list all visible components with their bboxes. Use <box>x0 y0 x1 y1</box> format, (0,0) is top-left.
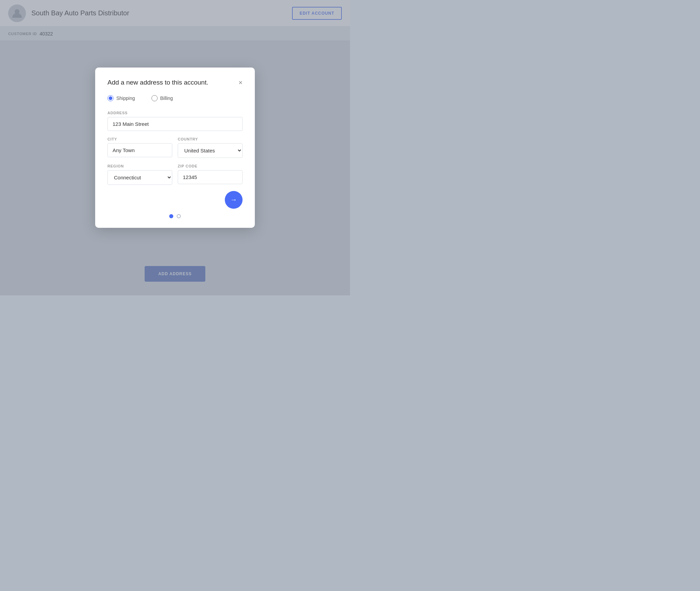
billing-radio-label[interactable]: Billing <box>151 95 173 101</box>
city-country-row: CITY COUNTRY United States Canada United… <box>107 137 243 158</box>
zip-field-group: ZIP CODE <box>178 164 243 185</box>
pagination-dots <box>107 214 243 218</box>
shipping-radio[interactable] <box>107 95 114 101</box>
close-button[interactable]: × <box>238 79 243 86</box>
shipping-radio-label[interactable]: Shipping <box>107 95 135 101</box>
billing-label: Billing <box>160 95 173 101</box>
address-field-group: ADDRESS <box>107 111 243 131</box>
modal-title: Add a new address to this account. <box>107 78 208 87</box>
address-input[interactable] <box>107 117 243 131</box>
address-type-group: Shipping Billing <box>107 95 243 101</box>
region-select[interactable]: Connecticut Alabama Alaska Arizona Calif… <box>107 170 172 185</box>
shipping-label: Shipping <box>116 95 135 101</box>
city-field-group: CITY <box>107 137 172 158</box>
billing-radio[interactable] <box>151 95 158 101</box>
add-address-modal: Add a new address to this account. × Shi… <box>95 68 255 228</box>
zip-input[interactable] <box>178 170 243 184</box>
modal-actions: → <box>107 191 243 209</box>
region-field-group: REGION Connecticut Alabama Alaska Arizon… <box>107 164 172 185</box>
country-field-group: COUNTRY United States Canada United King… <box>178 137 243 158</box>
country-select[interactable]: United States Canada United Kingdom Aust… <box>178 143 243 158</box>
pagination-dot-2 <box>177 214 181 218</box>
pagination-dot-1 <box>169 214 173 218</box>
city-label: CITY <box>107 137 172 141</box>
address-label: ADDRESS <box>107 111 243 115</box>
region-label: REGION <box>107 164 172 168</box>
zip-label: ZIP CODE <box>178 164 243 168</box>
city-input[interactable] <box>107 143 172 157</box>
modal-header: Add a new address to this account. × <box>107 78 243 87</box>
modal-overlay: Add a new address to this account. × Shi… <box>0 0 350 295</box>
country-label: COUNTRY <box>178 137 243 141</box>
region-zip-row: REGION Connecticut Alabama Alaska Arizon… <box>107 164 243 185</box>
next-button[interactable]: → <box>225 191 243 209</box>
next-arrow-icon: → <box>230 196 237 204</box>
